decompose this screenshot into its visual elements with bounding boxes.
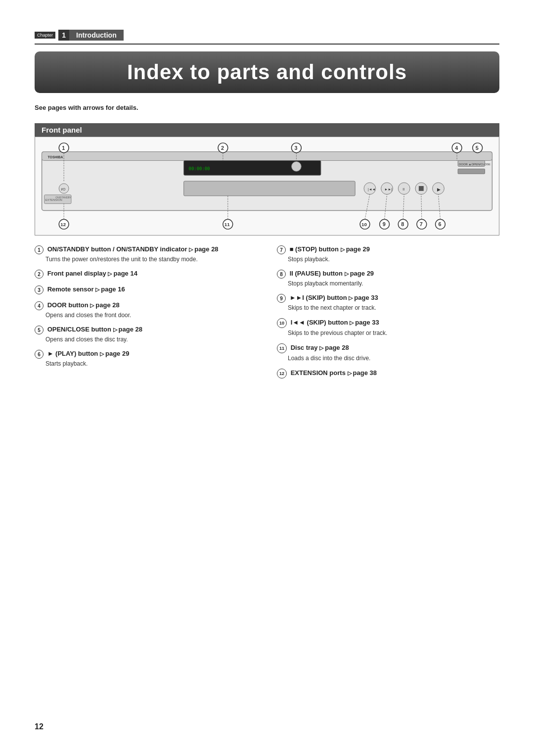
svg-rect-1 — [42, 152, 492, 161]
desc-item-6: 6 ► (PLAY) button ▷ page 29 Starts playb… — [35, 350, 257, 367]
svg-text:10: 10 — [361, 222, 367, 227]
svg-text:▶: ▶ — [437, 187, 441, 192]
desc-item-9: 9 ►►I (SKIP) button ▷ page 33 Skips to t… — [277, 294, 499, 311]
desc-body-9: Skips to the next chapter or track. — [288, 304, 499, 311]
svg-text:8: 8 — [401, 221, 404, 227]
svg-text:9: 9 — [383, 221, 386, 227]
desc-body-5: Opens and closes the disc tray. — [45, 336, 257, 343]
desc-body-6: Starts playback. — [45, 360, 257, 367]
svg-text:12: 12 — [60, 222, 66, 227]
svg-text:7: 7 — [420, 221, 423, 227]
desc-title-9: 9 ►►I (SKIP) button ▷ page 33 — [277, 294, 499, 303]
svg-text:I/O: I/O — [61, 188, 66, 191]
right-column: 7 ■ (STOP) button ▷ page 29 Stops playba… — [277, 245, 499, 385]
desc-body-1: Turns the power on/restores the unit to … — [45, 256, 257, 263]
desc-title-8: 8 II (PAUSE) button ▷ page 29 — [277, 270, 499, 279]
desc-item-10: 10 I◄◄ (SKIP) button ▷ page 33 Skips to … — [277, 318, 499, 336]
desc-item-12: 12 EXTENSION ports ▷ page 38 — [277, 369, 499, 378]
svg-text:1: 1 — [62, 145, 65, 151]
svg-text:II: II — [402, 188, 404, 191]
chapter-title: Introduction — [69, 30, 124, 41]
chapter-header: Chapter 1 Introduction — [35, 30, 499, 45]
svg-text:ON/STANDBY: ON/STANDBY — [55, 196, 71, 199]
desc-item-1: 1 ON/STANDBY button / ON/STANDBY indicat… — [35, 245, 257, 263]
desc-title-6: 6 ► (PLAY) button ▷ page 29 — [35, 350, 257, 359]
desc-title-10: 10 I◄◄ (SKIP) button ▷ page 33 — [277, 318, 499, 328]
desc-item-7: 7 ■ (STOP) button ▷ page 29 Stops playba… — [277, 245, 499, 263]
title-banner: Index to parts and controls — [35, 51, 499, 93]
desc-title-1: 1 ON/STANDBY button / ON/STANDBY indicat… — [35, 245, 257, 254]
svg-text:3: 3 — [294, 145, 297, 151]
desc-body-8: Stops playback momentarily. — [288, 280, 499, 287]
descriptions-grid: 1 ON/STANDBY button / ON/STANDBY indicat… — [35, 245, 499, 385]
device-diagram: TOSHIBA 00:00:00 |◄◄ ►►| II ▶ I — [35, 137, 499, 236]
desc-item-2: 2 Front panel display ▷ page 14 — [35, 270, 257, 279]
section-front-panel: Front panel — [35, 123, 499, 137]
desc-title-7: 7 ■ (STOP) button ▷ page 29 — [277, 245, 499, 254]
svg-text:6: 6 — [438, 221, 441, 227]
chapter-number: 1 — [58, 30, 69, 41]
svg-text:DOOR ▲OPEN/CLOSE: DOOR ▲OPEN/CLOSE — [459, 163, 490, 166]
left-column: 1 ON/STANDBY button / ON/STANDBY indicat… — [35, 245, 257, 385]
desc-item-11: 11 Disc tray ▷ page 28 Loads a disc into… — [277, 343, 499, 362]
svg-text:4: 4 — [455, 145, 458, 151]
svg-text:11: 11 — [224, 222, 230, 227]
desc-body-10: Skips to the previous chapter or track. — [288, 330, 499, 336]
svg-text:|◄◄: |◄◄ — [368, 188, 376, 191]
desc-body-11: Loads a disc into the disc drive. — [288, 355, 499, 362]
subtitle: See pages with arrows for details. — [35, 104, 499, 111]
svg-text:5: 5 — [476, 145, 479, 151]
desc-item-3: 3 Remote sensor ▷ page 16 — [35, 285, 257, 294]
desc-item-4: 4 DOOR button ▷ page 28 Opens and closes… — [35, 301, 257, 319]
svg-rect-6 — [184, 181, 356, 196]
desc-item-5: 5 OPEN/CLOSE button ▷ page 28 Opens and … — [35, 326, 257, 343]
svg-text:00:00:00: 00:00:00 — [189, 166, 210, 171]
svg-text:TOSHIBA: TOSHIBA — [47, 155, 63, 159]
svg-text:►►|: ►►| — [385, 188, 393, 191]
desc-title-12: 12 EXTENSION ports ▷ page 38 — [277, 369, 499, 378]
desc-item-8: 8 II (PAUSE) button ▷ page 29 Stops play… — [277, 270, 499, 287]
desc-title-4: 4 DOOR button ▷ page 28 — [35, 301, 257, 310]
chapter-label: Chapter — [35, 32, 55, 39]
svg-rect-14 — [419, 186, 424, 191]
desc-body-7: Stops playback. — [288, 256, 499, 263]
desc-title-3: 3 Remote sensor ▷ page 16 — [35, 285, 257, 294]
desc-title-11: 11 Disc tray ▷ page 28 — [277, 343, 499, 353]
desc-title-5: 5 OPEN/CLOSE button ▷ page 28 — [35, 326, 257, 334]
svg-point-19 — [292, 162, 302, 172]
desc-body-4: Opens and closes the front door. — [45, 312, 257, 319]
page-title: Index to parts and controls — [49, 60, 485, 84]
svg-text:2: 2 — [221, 145, 224, 151]
svg-rect-22 — [458, 169, 485, 174]
page-number: 12 — [35, 722, 44, 731]
desc-title-2: 2 Front panel display ▷ page 14 — [35, 270, 257, 279]
